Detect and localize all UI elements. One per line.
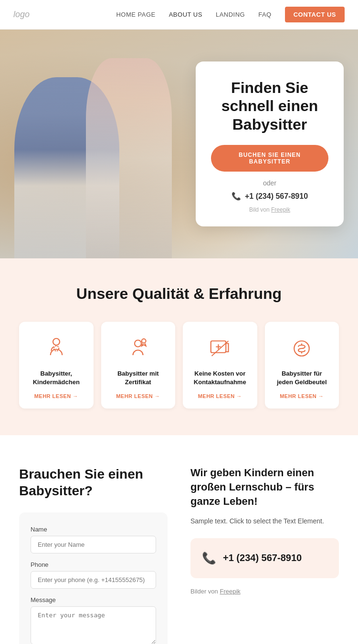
quality-card-1-link[interactable]: MEHR LESEN → <box>34 393 78 399</box>
contact-form: Name Phone Message RÜCKRUF ANFORDERN <box>19 512 168 644</box>
contact-right: Wir geben Kindern einen großen Lernschub… <box>190 466 339 644</box>
svg-point-0 <box>53 338 60 345</box>
nav-aboutus[interactable]: ABOUT US <box>169 11 202 18</box>
contact-right-text: Sample text. Click to select the Text El… <box>190 516 339 526</box>
hero-section: Finden Sie schnell einen Babysitter BUCH… <box>0 30 358 258</box>
navigation: logo HOME PAGE ABOUT US LANDING FAQ CONT… <box>0 0 358 30</box>
form-message-textarea[interactable] <box>31 606 156 644</box>
hero-cta-button[interactable]: BUCHEN SIE EINEN BABYSITTER <box>211 145 328 172</box>
form-message-group: Message <box>31 596 156 644</box>
quality-card-2: Babysitter mit Zertifikat MEHR LESEN → <box>101 322 176 409</box>
quality-card-3-title: Keine Kosten vor Kontaktaufnahme <box>191 369 249 387</box>
phone-icon: 📞 <box>232 192 241 201</box>
quality-title: Unsere Qualität & Erfahrung <box>19 285 339 303</box>
hero-adult-image <box>86 58 172 258</box>
contact-left: Brauchen Sie einen Babysitter? Name Phon… <box>19 466 168 644</box>
contact-left-heading: Brauchen Sie einen Babysitter? <box>19 466 168 499</box>
hero-credit: Bild von Freepik <box>211 206 328 213</box>
no-cost-icon <box>207 335 233 362</box>
nav-contact-button[interactable]: CONTACT US <box>285 7 345 22</box>
svg-point-1 <box>54 346 59 351</box>
quality-card-2-link[interactable]: MEHR LESEN → <box>116 393 160 399</box>
bilder-credit: Bilder von Freepik <box>190 588 339 595</box>
form-name-group: Name <box>31 526 156 553</box>
hero-credit-link[interactable]: Freepik <box>271 206 290 213</box>
quality-section: Unsere Qualität & Erfahrung Babysitter, … <box>0 258 358 435</box>
bilder-credit-link[interactable]: Freepik <box>220 588 240 595</box>
form-name-label: Name <box>31 526 156 533</box>
wallet-icon <box>288 335 315 362</box>
logo: logo <box>13 10 30 20</box>
quality-card-1-title: Babysitter, Kindermädchen <box>28 369 85 387</box>
quality-card-3-link[interactable]: MEHR LESEN → <box>198 393 242 399</box>
quality-card-4: Babysitter für jeden Geldbeutel MEHR LES… <box>265 322 339 409</box>
form-phone-group: Phone <box>31 561 156 589</box>
contact-phone-card: 📞 +1 (234) 567-8910 <box>190 538 339 578</box>
svg-point-3 <box>142 339 146 343</box>
certificate-icon <box>125 335 151 362</box>
hero-oder-text: oder <box>211 179 328 187</box>
phone-card-icon: 📞 <box>202 552 216 565</box>
hero-phone-number[interactable]: +1 (234) 567-8910 <box>245 192 308 201</box>
form-phone-input[interactable] <box>31 571 156 589</box>
hero-card: Finden Sie schnell einen Babysitter BUCH… <box>196 61 344 226</box>
form-message-label: Message <box>31 596 156 603</box>
nav-homepage[interactable]: HOME PAGE <box>116 11 155 18</box>
quality-card-4-title: Babysitter für jeden Geldbeutel <box>274 369 331 387</box>
svg-point-2 <box>135 340 141 347</box>
hero-title: Finden Sie schnell einen Babysitter <box>211 79 328 133</box>
nav-faq[interactable]: FAQ <box>258 11 272 18</box>
nav-links: HOME PAGE ABOUT US LANDING FAQ CONTACT U… <box>116 7 345 22</box>
quality-card-2-title: Babysitter mit Zertifikat <box>110 369 167 387</box>
babysitter-icon <box>43 335 70 362</box>
hero-phone: 📞 +1 (234) 567-8910 <box>211 192 328 201</box>
form-name-input[interactable] <box>31 536 156 553</box>
contact-right-heading: Wir geben Kindern einen großen Lernschub… <box>190 466 339 508</box>
quality-card-1: Babysitter, Kindermädchen MEHR LESEN → <box>19 322 94 409</box>
contact-phone-number[interactable]: +1 (234) 567-8910 <box>223 552 302 563</box>
form-phone-label: Phone <box>31 561 156 568</box>
quality-cards: Babysitter, Kindermädchen MEHR LESEN → B… <box>19 322 339 409</box>
nav-landing[interactable]: LANDING <box>216 11 245 18</box>
quality-card-4-link[interactable]: MEHR LESEN → <box>280 393 324 399</box>
contact-section: Brauchen Sie einen Babysitter? Name Phon… <box>0 435 358 644</box>
quality-card-3: Keine Kosten vor Kontaktaufnahme MEHR LE… <box>183 322 257 409</box>
